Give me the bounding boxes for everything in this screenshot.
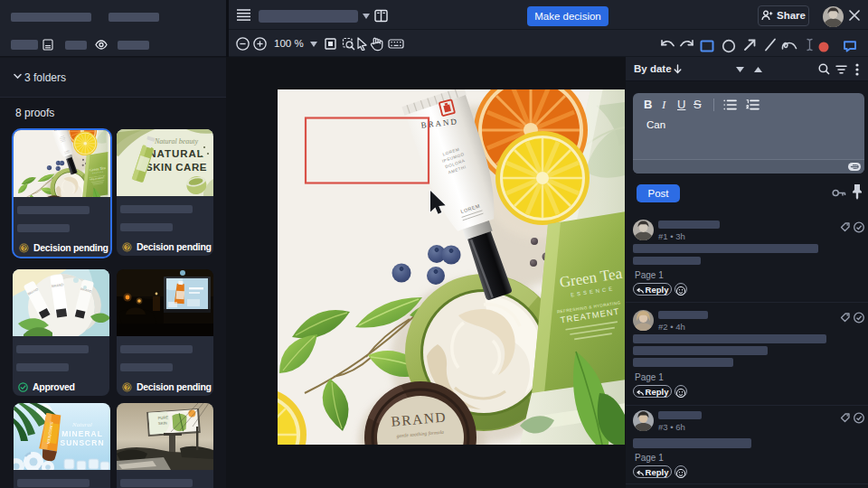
svg-text:NATURAL: NATURAL	[148, 148, 204, 159]
svg-text:?: ?	[126, 384, 129, 390]
svg-text:PURE: PURE	[157, 415, 168, 420]
svg-text:MINERAL: MINERAL	[61, 429, 103, 438]
svg-text:?: ?	[126, 244, 129, 250]
svg-text:SKIN: SKIN	[158, 420, 167, 426]
svg-text:Natural beauty: Natural beauty	[154, 137, 199, 145]
svg-text:SKIN CARE: SKIN CARE	[146, 162, 207, 173]
svg-text:?: ?	[23, 245, 26, 251]
svg-text:SUNSCRN: SUNSCRN	[60, 438, 104, 447]
svg-text:Natural: Natural	[71, 421, 92, 428]
